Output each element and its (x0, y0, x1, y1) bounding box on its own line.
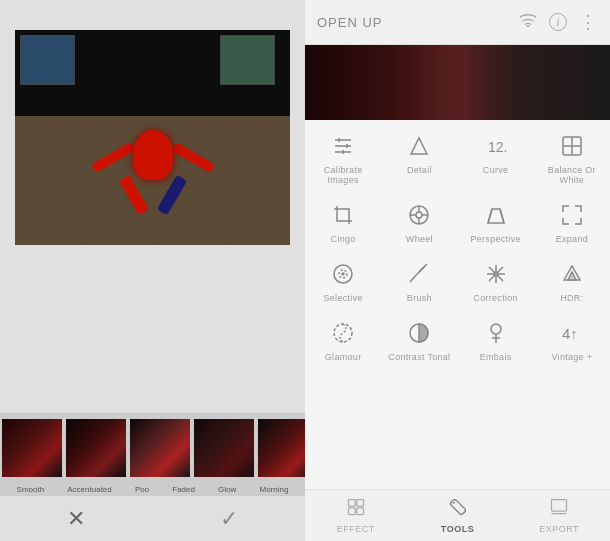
confirm-button[interactable]: ✓ (220, 506, 238, 532)
tool-embais[interactable]: Embais (462, 317, 530, 366)
tool-correction[interactable]: Correction (462, 258, 530, 307)
tool-glamour[interactable]: Glamour (309, 317, 377, 366)
tool-perspective[interactable]: Perspective (462, 199, 530, 248)
svg-point-31 (334, 324, 352, 342)
export-icon (549, 497, 569, 522)
wifi-icon[interactable] (519, 13, 537, 31)
svg-rect-38 (357, 508, 364, 515)
right-header: OPEN UP i ⋮ (305, 0, 610, 45)
film-label: Smooth (17, 485, 45, 494)
tools-icon (448, 497, 468, 522)
tool-label: HDR: (560, 293, 583, 303)
film-item[interactable] (2, 419, 62, 477)
frame-right (220, 35, 275, 85)
tool-label: Calibrate Images (309, 165, 377, 185)
film-label: Poo (135, 485, 149, 494)
svg-rect-37 (348, 508, 355, 515)
tool-label: Glamour (325, 352, 362, 362)
tools-row-2: Cingo Wheel Perspective Expand (305, 194, 610, 253)
spiderman-figure (123, 120, 183, 190)
header-icons: i ⋮ (519, 11, 598, 33)
svg-text:4↑: 4↑ (562, 325, 578, 342)
tools-row-4: Glamour Contrast Tonal Embais 4↑ Vintage… (305, 312, 610, 371)
tools-row-3: Selective Brush Correction HDR: (305, 253, 610, 312)
tools-row-1: Calibrate Images Detail 12. Curve Balanc… (305, 125, 610, 194)
svg-point-13 (416, 212, 422, 218)
preview-image (305, 45, 610, 120)
tool-label: Expand (556, 234, 588, 244)
svg-text:12.: 12. (488, 139, 507, 155)
film-item[interactable] (66, 419, 126, 477)
bottom-tab-bar: EFFECT TOOLS EXPORT (305, 489, 610, 541)
frame-left (20, 35, 75, 85)
svg-point-0 (527, 26, 529, 27)
tab-tools[interactable]: TOOLS (407, 492, 509, 539)
svg-point-33 (491, 324, 501, 334)
tool-label: Embais (480, 352, 512, 362)
tool-label: Correction (473, 293, 518, 303)
filmstrip (0, 413, 305, 483)
tool-label: Curve (483, 165, 509, 175)
film-item[interactable] (258, 419, 305, 477)
svg-point-28 (494, 272, 498, 276)
tab-effect[interactable]: EFFECT (305, 492, 407, 539)
cancel-button[interactable]: ✕ (67, 506, 85, 532)
effect-icon (346, 497, 366, 522)
main-image (15, 30, 290, 245)
tool-calibrate[interactable]: Calibrate Images (309, 130, 377, 189)
right-panel: OPEN UP i ⋮ Calibr (305, 0, 610, 541)
tool-label: Perspective (470, 234, 520, 244)
tool-curve[interactable]: 12. Curve (462, 130, 530, 189)
left-panel: Smooth Accentuated Poo Faded Glow Mornin… (0, 0, 305, 541)
film-label: Glow (218, 485, 236, 494)
svg-marker-30 (568, 272, 576, 280)
tool-crop[interactable]: Cingo (309, 199, 377, 248)
tool-hdr[interactable]: HDR: (538, 258, 606, 307)
tool-label: Selective (324, 293, 363, 303)
bottom-bar-left: ✕ ✓ (0, 496, 305, 541)
tool-selective[interactable]: Selective (309, 258, 377, 307)
header-title: OPEN UP (317, 15, 383, 30)
tool-expand[interactable]: Expand (538, 199, 606, 248)
svg-rect-40 (552, 500, 567, 512)
tool-balance[interactable]: Balance Or White (538, 130, 606, 189)
tab-export[interactable]: EXPORT (508, 492, 610, 539)
svg-marker-7 (411, 138, 427, 154)
tool-label: Detail (407, 165, 432, 175)
svg-line-20 (500, 209, 504, 223)
tool-wheel[interactable]: Wheel (385, 199, 453, 248)
tool-label: Cingo (331, 234, 356, 244)
tool-detail[interactable]: Detail (385, 130, 453, 189)
tool-vintage[interactable]: 4↑ Vintage + (538, 317, 606, 366)
tool-label: Balance Or White (538, 165, 606, 185)
film-item[interactable] (194, 419, 254, 477)
film-label: Faded (172, 485, 195, 494)
svg-point-23 (342, 273, 344, 275)
tool-label: Vintage + (551, 352, 592, 362)
tool-brush[interactable]: Brush (385, 258, 453, 307)
tab-label: EFFECT (337, 524, 375, 534)
tool-label: Wheel (406, 234, 433, 244)
film-item[interactable] (130, 419, 190, 477)
more-icon[interactable]: ⋮ (579, 11, 598, 33)
svg-rect-35 (348, 500, 355, 507)
svg-line-25 (419, 266, 425, 272)
svg-line-39 (453, 502, 455, 504)
tool-label: Contrast Tonal (388, 352, 450, 362)
film-label: Accentuated (67, 485, 111, 494)
tab-label: TOOLS (441, 524, 474, 534)
tab-label: EXPORT (539, 524, 579, 534)
tool-label: Brush (407, 293, 432, 303)
tools-grid: Calibrate Images Detail 12. Curve Balanc… (305, 120, 610, 489)
info-icon[interactable]: i (549, 13, 567, 31)
svg-line-19 (488, 209, 492, 223)
film-label: Morning (259, 485, 288, 494)
svg-rect-36 (357, 500, 364, 507)
tool-contrast[interactable]: Contrast Tonal (385, 317, 453, 366)
